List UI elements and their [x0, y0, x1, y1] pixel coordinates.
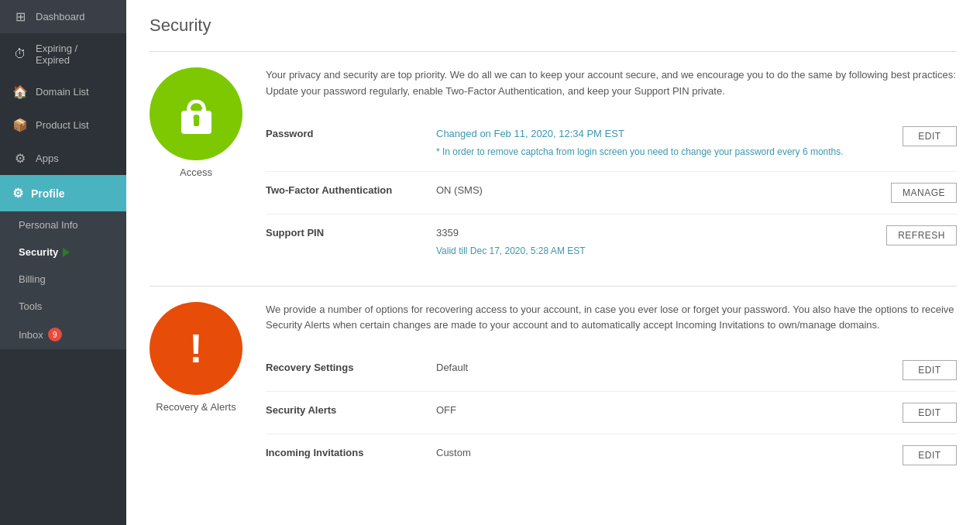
incoming-invitations-action: EDIT — [903, 445, 957, 465]
billing-label: Billing — [19, 273, 46, 285]
twofa-value: ON (SMS) — [436, 183, 875, 199]
pin-value: 3359 Valid till Dec 17, 2020, 5:28 AM ES… — [436, 225, 871, 259]
security-alerts-action: EDIT — [903, 403, 957, 423]
sidebar-item-expiring[interactable]: ⏱ Expiring / Expired — [0, 33, 126, 75]
password-hint: * In order to remove captcha from login … — [436, 145, 887, 160]
sidebar-item-label: Apps — [36, 153, 59, 164]
sidebar-item-domain-list[interactable]: 🏠 Domain List — [0, 75, 126, 108]
access-icon-label: Access — [180, 166, 212, 178]
recovery-settings-label: Recovery Settings — [266, 360, 421, 373]
title-divider — [150, 51, 957, 52]
recovery-icon-circle: ! — [150, 302, 242, 395]
alert-exclamation-icon: ! — [189, 328, 202, 369]
password-value: Changed on Feb 11, 2020, 12:34 PM EST * … — [436, 126, 887, 160]
sidebar-item-inbox[interactable]: Inbox 9 — [0, 320, 126, 349]
recovery-icon-label: Recovery & Alerts — [156, 401, 236, 413]
sidebar-item-apps[interactable]: ⚙ Apps — [0, 142, 126, 175]
security-alerts-value: OFF — [436, 403, 887, 419]
incoming-invitations-edit-button[interactable]: EDIT — [903, 445, 957, 465]
access-content: Your privacy and security are top priori… — [266, 67, 957, 270]
recovery-section: ! Recovery & Alerts We provide a number … — [150, 302, 957, 477]
twofa-row: Two-Factor Authentication ON (SMS) MANAG… — [266, 172, 957, 214]
password-label: Password — [266, 126, 421, 139]
product-icon: 📦 — [12, 118, 28, 132]
password-row: Password Changed on Feb 11, 2020, 12:34 … — [266, 115, 957, 172]
profile-gear-icon: ⚙ — [12, 186, 23, 201]
domain-icon: 🏠 — [12, 84, 28, 99]
pin-action: REFRESH — [886, 225, 957, 245]
recovery-content: We provide a number of options for recov… — [266, 302, 957, 477]
apps-icon: ⚙ — [12, 151, 28, 166]
recovery-settings-value: Default — [436, 360, 887, 376]
security-alerts-row: Security Alerts OFF EDIT — [266, 392, 957, 434]
twofa-manage-button[interactable]: MANAGE — [891, 183, 957, 203]
sidebar-item-security[interactable]: Security — [0, 238, 126, 266]
password-action: EDIT — [903, 126, 957, 146]
page-title: Security — [150, 15, 957, 36]
access-icon-col: Access — [150, 67, 242, 270]
sidebar-item-tools[interactable]: Tools — [0, 293, 126, 320]
pin-refresh-button[interactable]: REFRESH — [886, 225, 957, 245]
sidebar-item-billing[interactable]: Billing — [0, 266, 126, 293]
pin-number: 3359 — [436, 225, 871, 242]
profile-submenu: Personal Info Security Billing Tools Inb… — [0, 211, 126, 349]
sidebar: ⊞ Dashboard ⏱ Expiring / Expired 🏠 Domai… — [0, 0, 126, 525]
access-icon-circle — [150, 67, 242, 160]
lock-icon — [175, 89, 218, 139]
recovery-settings-action: EDIT — [903, 360, 957, 380]
security-alerts-label: Security Alerts — [266, 403, 421, 416]
password-edit-button[interactable]: EDIT — [903, 126, 957, 146]
sidebar-item-dashboard[interactable]: ⊞ Dashboard — [0, 0, 126, 33]
inbox-label: Inbox — [19, 329, 43, 341]
personal-info-label: Personal Info — [19, 219, 78, 231]
pin-label: Support PIN — [266, 225, 421, 238]
access-section: Access Your privacy and security are top… — [150, 67, 957, 270]
pin-hint: Valid till Dec 17, 2020, 5:28 AM EST — [436, 244, 871, 259]
dashboard-icon: ⊞ — [12, 9, 28, 24]
clock-icon: ⏱ — [12, 47, 28, 61]
security-label: Security — [19, 246, 58, 258]
svg-point-4 — [193, 115, 199, 121]
main-content: Security Access Your privacy and securit… — [126, 0, 980, 525]
password-changed: Changed on Feb 11, 2020, 12:34 PM EST — [436, 126, 887, 142]
security-alerts-edit-button[interactable]: EDIT — [903, 403, 957, 423]
pin-row: Support PIN 3359 Valid till Dec 17, 2020… — [266, 214, 957, 270]
recovery-settings-edit-button[interactable]: EDIT — [903, 360, 957, 380]
section-divider — [150, 286, 957, 287]
sidebar-item-label: Expiring / Expired — [36, 43, 114, 66]
recovery-description: We provide a number of options for recov… — [266, 302, 957, 335]
recovery-icon-col: ! Recovery & Alerts — [150, 302, 242, 477]
profile-label: Profile — [31, 187, 65, 200]
access-description: Your privacy and security are top priori… — [266, 67, 957, 100]
sidebar-profile-header[interactable]: ⚙ Profile — [0, 175, 126, 211]
incoming-invitations-value: Custom — [436, 445, 887, 462]
incoming-invitations-row: Incoming Invitations Custom EDIT — [266, 434, 957, 476]
incoming-invitations-label: Incoming Invitations — [266, 445, 421, 458]
inbox-badge: 9 — [48, 328, 62, 341]
tools-label: Tools — [19, 300, 42, 312]
sidebar-item-label: Dashboard — [36, 11, 85, 22]
sidebar-item-label: Product List — [36, 119, 89, 131]
security-arrow-icon — [63, 248, 70, 257]
twofa-action: MANAGE — [891, 183, 957, 203]
sidebar-item-personal-info[interactable]: Personal Info — [0, 211, 126, 238]
sidebar-item-label: Domain List — [36, 86, 89, 98]
recovery-settings-row: Recovery Settings Default EDIT — [266, 349, 957, 392]
sidebar-item-product-list[interactable]: 📦 Product List — [0, 108, 126, 142]
twofa-label: Two-Factor Authentication — [266, 183, 421, 196]
